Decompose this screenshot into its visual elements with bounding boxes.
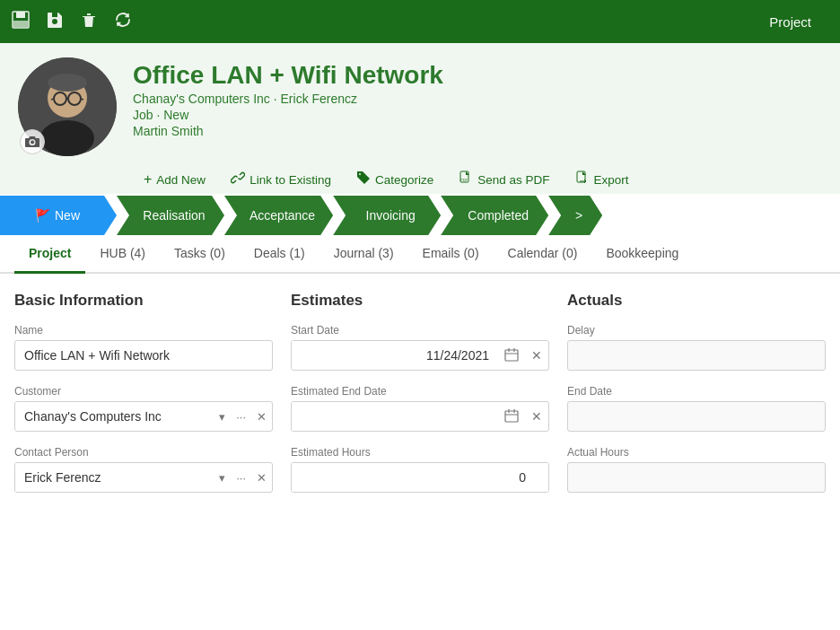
contact-input[interactable] <box>15 463 214 492</box>
calendar-icon[interactable] <box>498 347 525 364</box>
save-grid-icon[interactable] <box>11 10 31 34</box>
actual-end-date-input[interactable] <box>567 401 826 432</box>
svg-point-12 <box>31 141 34 144</box>
send-pdf-button[interactable]: PDF Send as PDF <box>448 165 560 194</box>
toolbar: Project <box>0 0 840 43</box>
refresh-icon[interactable] <box>113 10 133 34</box>
customer-input-container: ▾ ··· ✕ <box>14 401 273 432</box>
contact-field-group: Contact Person ▾ ··· ✕ <box>14 446 273 493</box>
header-subtitle: Chanay's Computers Inc · Erick Ferencz <box>133 92 443 106</box>
contact-dropdown-btn[interactable]: ▾ <box>214 471 231 485</box>
svg-point-6 <box>48 74 87 92</box>
link-icon <box>231 171 245 188</box>
tab-calendar[interactable]: Calendar (0) <box>494 235 592 274</box>
contact-label: Contact Person <box>14 446 273 459</box>
customer-input[interactable] <box>15 402 214 431</box>
start-date-input[interactable] <box>292 341 498 370</box>
start-date-container: ✕ <box>291 340 549 371</box>
start-date-clear-icon[interactable]: ✕ <box>525 348 548 363</box>
content-area: Basic Information Name Customer ▾ ··· ✕ … <box>0 274 840 525</box>
delay-label: Delay <box>567 324 826 337</box>
categorize-button[interactable]: Categorize <box>346 165 444 194</box>
estimated-hours-field-group: Estimated Hours <box>291 446 549 493</box>
actual-hours-label: Actual Hours <box>567 446 826 459</box>
stage-new[interactable]: 🚩 New <box>0 196 117 235</box>
stage-extra[interactable]: > <box>548 196 602 235</box>
end-date-calendar-icon[interactable] <box>498 408 525 425</box>
customer-label: Customer <box>14 385 273 398</box>
basic-info-title: Basic Information <box>14 292 273 310</box>
svg-point-4 <box>40 120 94 156</box>
contact-clear-btn[interactable]: ✕ <box>251 471 272 485</box>
avatar-container <box>18 57 117 156</box>
stage-invoicing[interactable]: Invoicing <box>333 196 441 235</box>
actual-hours-input[interactable] <box>567 462 826 493</box>
estimated-hours-container <box>291 462 549 493</box>
actual-hours-field-group: Actual Hours <box>567 446 826 493</box>
camera-icon[interactable] <box>20 129 45 154</box>
basic-information-section: Basic Information Name Customer ▾ ··· ✕ … <box>14 292 273 507</box>
svg-rect-2 <box>13 21 28 27</box>
end-date-clear-icon[interactable]: ✕ <box>525 409 548 424</box>
delay-field-group: Delay <box>567 324 826 371</box>
tab-bookkeeping[interactable]: Bookkeeping <box>591 235 693 274</box>
tab-tasks[interactable]: Tasks (0) <box>160 235 240 274</box>
flag-icon: 🚩 <box>35 208 50 223</box>
contact-input-container: ▾ ··· ✕ <box>14 462 273 493</box>
header: Office LAN + Wifi Network Chanay's Compu… <box>0 43 840 194</box>
customer-field-group: Customer ▾ ··· ✕ <box>14 385 273 432</box>
customer-more-btn[interactable]: ··· <box>231 410 251 424</box>
customer-dropdown-btn[interactable]: ▾ <box>214 410 231 424</box>
svg-rect-16 <box>505 350 518 361</box>
estimated-hours-input[interactable] <box>292 463 548 492</box>
actuals-title: Actuals <box>567 292 826 310</box>
delete-icon[interactable] <box>79 10 99 34</box>
start-date-label: Start Date <box>291 324 549 337</box>
chevron-right-icon: > <box>575 208 582 223</box>
stage-acceptance[interactable]: Acceptance <box>224 196 333 235</box>
actual-end-date-label: End Date <box>567 385 826 398</box>
action-bar: + Add New Link to Existing Categorize <box>18 156 822 194</box>
name-input[interactable] <box>14 340 273 371</box>
tab-journal[interactable]: Journal (3) <box>319 235 408 274</box>
end-date-field-group: Estimated End Date ✕ <box>291 385 549 432</box>
export-icon <box>575 171 590 188</box>
stage-completed[interactable]: Completed <box>441 196 548 235</box>
svg-text:PDF: PDF <box>460 178 468 182</box>
link-existing-button[interactable]: Link to Existing <box>220 165 342 194</box>
project-title: Office LAN + Wifi Network <box>133 61 443 90</box>
actual-end-date-field-group: End Date <box>567 385 826 432</box>
tab-emails[interactable]: Emails (0) <box>408 235 494 274</box>
pipeline: 🚩 New Realisation Acceptance Invoicing C… <box>0 196 840 235</box>
estimates-title: Estimates <box>291 292 549 310</box>
svg-line-10 <box>51 99 54 100</box>
tab-hub[interactable]: HUB (4) <box>85 235 160 274</box>
delay-input[interactable] <box>567 340 826 371</box>
header-meta: Job · New <box>133 108 443 122</box>
end-date-container: ✕ <box>291 401 549 432</box>
tabs: Project HUB (4) Tasks (0) Deals (1) Jour… <box>0 235 840 274</box>
svg-rect-17 <box>505 411 518 422</box>
svg-line-11 <box>81 99 83 100</box>
estimated-hours-label: Estimated Hours <box>291 446 549 459</box>
add-new-button[interactable]: + Add New <box>133 166 216 193</box>
name-field-group: Name <box>14 324 273 371</box>
plus-icon: + <box>144 171 152 188</box>
contact-more-btn[interactable]: ··· <box>231 471 251 485</box>
svg-rect-1 <box>16 12 25 18</box>
header-info: Office LAN + Wifi Network Chanay's Compu… <box>133 57 443 138</box>
end-date-label: Estimated End Date <box>291 385 549 398</box>
customer-clear-btn[interactable]: ✕ <box>251 410 272 424</box>
estimates-section: Estimates Start Date ✕ Estimated End Dat… <box>291 292 549 507</box>
save-disk-icon[interactable] <box>45 10 65 34</box>
tab-project[interactable]: Project <box>14 235 85 274</box>
stage-realisation[interactable]: Realisation <box>117 196 224 235</box>
header-person: Martin Smith <box>133 124 443 138</box>
actuals-section: Actuals Delay End Date Actual Hours <box>567 292 826 507</box>
tag-icon <box>356 171 371 188</box>
end-date-input[interactable] <box>292 402 498 431</box>
name-label: Name <box>14 324 273 337</box>
start-date-field-group: Start Date ✕ <box>291 324 549 371</box>
export-button[interactable]: Export <box>564 165 640 194</box>
tab-deals[interactable]: Deals (1) <box>240 235 319 274</box>
